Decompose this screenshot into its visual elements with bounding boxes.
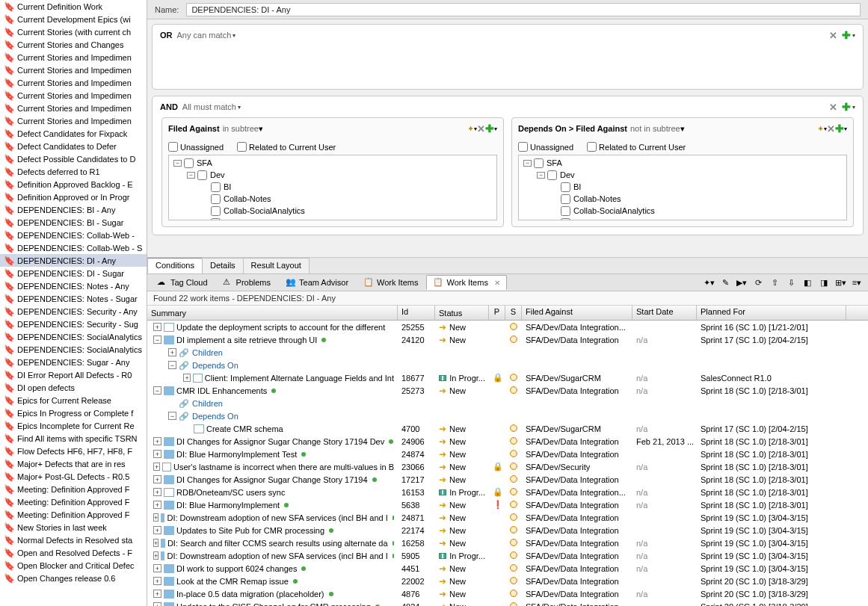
- filter-type[interactable]: in subtree: [223, 124, 259, 133]
- add-icon[interactable]: ✚: [842, 29, 851, 41]
- category-tree[interactable]: −SFA −Dev BI Collab-Notes Collab-SocialA…: [518, 155, 847, 220]
- table-row[interactable]: + Update the deployment scripts to accou…: [147, 321, 868, 333]
- sidebar-item[interactable]: 🔖Current Stories and Changes: [0, 38, 147, 51]
- remove-icon[interactable]: ✕: [477, 123, 485, 135]
- sidebar-item[interactable]: 🔖Find All items with specific TSRN: [0, 432, 147, 445]
- sidebar-item[interactable]: 🔖DEPENDENCIES: Collab-Web - S: [0, 241, 147, 254]
- expander-icon[interactable]: +: [153, 450, 161, 458]
- sidebar-item[interactable]: 🔖DI open defects: [0, 381, 147, 394]
- expander-icon[interactable]: −: [153, 336, 161, 344]
- toolbar-button[interactable]: ◧: [801, 276, 814, 289]
- toolbar-button[interactable]: ⟳: [751, 276, 765, 289]
- editor-tab[interactable]: Conditions: [147, 258, 203, 273]
- table-row[interactable]: + In-place 0.5 data migration (placehold…: [147, 587, 868, 600]
- sidebar-item[interactable]: 🔖Current Stories and Impedimen: [0, 114, 147, 127]
- table-row[interactable]: + DI: Downstream adoption of new SFA ser…: [147, 511, 868, 524]
- sidebar-item[interactable]: 🔖DEPENDENCIES: Security - Sug: [0, 318, 147, 330]
- sidebar-item[interactable]: 🔖Current Definition Work: [0, 0, 147, 13]
- editor-tab[interactable]: Result Layout: [243, 258, 310, 273]
- sidebar-item[interactable]: 🔖DEPENDENCIES: Collab-Web -: [0, 229, 147, 241]
- expander-icon[interactable]: −: [168, 412, 176, 420]
- table-row[interactable]: − DI implement a site retrieve through U…: [147, 333, 868, 346]
- sidebar-item[interactable]: 🔖DEPENDENCIES: DI - Sugar: [0, 267, 147, 279]
- column-header[interactable]: Status: [435, 306, 489, 320]
- sidebar-item[interactable]: 🔖Open and Resolved Defects - F: [0, 546, 147, 559]
- sidebar-item[interactable]: 🔖Current Stories and Impedimen: [0, 102, 147, 114]
- collapse-icon[interactable]: −: [173, 160, 182, 167]
- expander-icon[interactable]: +: [153, 602, 161, 606]
- column-header[interactable]: Summary: [147, 306, 398, 320]
- sidebar-item[interactable]: 🔖Meeting: Definition Approved F: [0, 495, 147, 508]
- sidebar-item[interactable]: 🔖DEPENDENCIES: SocialAnalytics: [0, 343, 147, 356]
- sidebar-item[interactable]: 🔖DEPENDENCIES: DI - Any: [0, 254, 147, 267]
- table-row[interactable]: − CMR IDL Enhancements 25273 ➜New SFA/De…: [147, 384, 868, 397]
- sidebar-item[interactable]: 🔖Open Blocker and Critical Defec: [0, 559, 147, 572]
- toolbar-button[interactable]: ◨: [817, 276, 831, 289]
- table-row[interactable]: + Updates to the CISF ChangeLog for CMR …: [147, 600, 868, 606]
- toolbar-button[interactable]: ✦▾: [702, 276, 715, 289]
- related-checkbox[interactable]: Related to Current User: [587, 142, 686, 152]
- expander-icon[interactable]: +: [153, 475, 161, 483]
- filter-type[interactable]: not in subtree: [630, 124, 680, 133]
- expander-icon[interactable]: +: [153, 463, 160, 471]
- or-sublabel[interactable]: Any can match: [177, 31, 232, 40]
- collapse-icon[interactable]: −: [537, 172, 545, 179]
- close-icon[interactable]: ✕: [494, 279, 500, 287]
- sidebar-item[interactable]: 🔖DEPENDENCIES: Sugar - Any: [0, 356, 147, 368]
- expander-icon[interactable]: +: [153, 539, 158, 547]
- table-row[interactable]: + DI: Search and filter CCMS search resu…: [147, 537, 868, 549]
- expander-icon[interactable]: +: [153, 488, 161, 496]
- table-row[interactable]: + DI Changes for Assignor Sugar Change S…: [147, 473, 868, 486]
- editor-tab[interactable]: Details: [202, 258, 244, 273]
- sidebar-item[interactable]: 🔖Epics In Progress or Complete f: [0, 406, 147, 419]
- expander-icon[interactable]: +: [153, 564, 161, 572]
- sidebar-item[interactable]: 🔖Current Stories (with current ch: [0, 25, 147, 38]
- expander-icon[interactable]: +: [153, 437, 161, 445]
- toolbar-button[interactable]: ⇧: [768, 276, 781, 289]
- sidebar-item[interactable]: 🔖Meeting: Definition Approved F: [0, 483, 147, 495]
- remove-icon[interactable]: ✕: [827, 123, 835, 135]
- unassigned-checkbox[interactable]: Unassigned: [168, 142, 224, 152]
- table-row[interactable]: + RDB/Oneteam/SC users sync 16153 In Pro…: [147, 486, 868, 498]
- table-row[interactable]: + Look at the CMR Remap issue 22002 ➜New…: [147, 575, 868, 587]
- sidebar-item[interactable]: 🔖Normal Defects in Resolved sta: [0, 534, 147, 546]
- sidebar-item[interactable]: 🔖Definition Approved Backlog - E: [0, 178, 147, 191]
- expander-icon[interactable]: +: [153, 577, 161, 585]
- sidebar-item[interactable]: 🔖DI Error Report All Defects - R0: [0, 368, 147, 381]
- table-row[interactable]: + 🔗Children: [147, 346, 868, 359]
- sidebar-item[interactable]: 🔖Current Stories and Impedimen: [0, 51, 147, 64]
- sidebar-item[interactable]: 🔖Major+ Defects that are in res: [0, 457, 147, 470]
- sidebar-item[interactable]: 🔖Defect Possible Candidates to D: [0, 152, 147, 165]
- collapse-icon[interactable]: −: [523, 160, 532, 167]
- table-row[interactable]: + DI: Blue HarmonyImplement 5638 ➜New ❗ …: [147, 498, 868, 511]
- category-tree[interactable]: −SFA −Dev BI Collab-Notes Collab-SocialA…: [168, 155, 497, 220]
- table-row[interactable]: 🔗Children: [147, 397, 868, 409]
- sidebar-item[interactable]: 🔖DEPENDENCIES: BI - Sugar: [0, 216, 147, 229]
- toolbar-button[interactable]: ▶▾: [735, 276, 748, 289]
- sidebar-item[interactable]: 🔖DEPENDENCIES: BI - Any: [0, 203, 147, 216]
- column-header[interactable]: Start Date: [632, 306, 697, 320]
- expander-icon[interactable]: +: [168, 348, 176, 356]
- sidebar-item[interactable]: 🔖Current Stories and Impedimen: [0, 89, 147, 102]
- table-row[interactable]: − 🔗Depends On: [147, 409, 868, 422]
- expander-icon[interactable]: −: [153, 386, 161, 395]
- name-input[interactable]: DEPENDENCIES: DI - Any: [186, 3, 861, 16]
- view-tab[interactable]: ⚠Problems: [216, 275, 277, 290]
- grid-body[interactable]: + Update the deployment scripts to accou…: [147, 321, 868, 606]
- table-row[interactable]: + DI: Downstream adoption of new SFA ser…: [147, 549, 868, 562]
- expander-icon[interactable]: +: [153, 526, 161, 534]
- related-checkbox[interactable]: Related to Current User: [237, 142, 336, 152]
- sidebar-queries[interactable]: 🔖Current Definition Work🔖Current Develop…: [0, 0, 147, 606]
- table-row[interactable]: − 🔗Depends On: [147, 359, 868, 371]
- toolbar-button[interactable]: ≡▾: [850, 276, 864, 289]
- table-row[interactable]: + DI: Blue HarmonyImplement Test 24874 ➜…: [147, 448, 868, 460]
- sidebar-item[interactable]: 🔖Epics for Current Release: [0, 394, 147, 406]
- sidebar-item[interactable]: 🔖DEPENDENCIES: Security - Any: [0, 305, 147, 318]
- column-header[interactable]: Planned For: [697, 306, 846, 320]
- sidebar-item[interactable]: 🔖Defect Candidates for Fixpack: [0, 127, 147, 140]
- add-icon[interactable]: ✚: [485, 123, 494, 135]
- collapse-icon[interactable]: −: [187, 172, 195, 179]
- table-row[interactable]: Create CMR schema 4700 ➜New SFA/Dev/Suga…: [147, 422, 868, 435]
- view-tab[interactable]: 📋Work Items✕: [426, 275, 506, 290]
- expander-icon[interactable]: +: [183, 374, 191, 382]
